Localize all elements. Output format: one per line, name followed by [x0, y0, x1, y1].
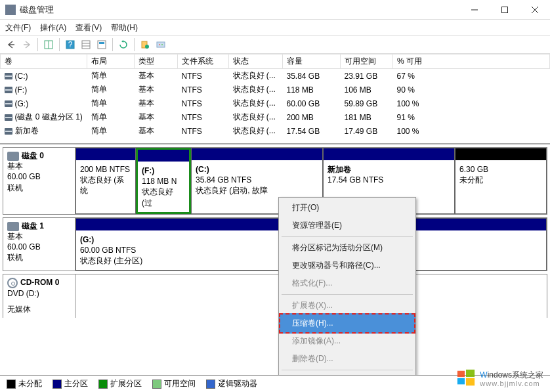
table-row[interactable]: (磁盘 0 磁盘分区 1)简单基本NTFS状态良好 (...200 MB181 … — [1, 110, 550, 124]
partition-f[interactable]: (F:)118 MB N状态良好 (过 — [136, 148, 191, 214]
svg-rect-11 — [98, 41, 106, 49]
col-type[interactable]: 类型 — [135, 54, 178, 69]
cdrom-header[interactable]: CD-ROM 0 DVD (D:) 无媒体 — [3, 274, 75, 317]
disk-graph-area: 磁盘 0 基本 60.00 GB 联机 200 MB NTFS状态良好 (系统 … — [0, 143, 550, 318]
view-graph-icon[interactable] — [95, 37, 109, 52]
partition-unallocated[interactable]: 6.30 GB未分配 — [455, 148, 547, 214]
menu-open[interactable]: 打开(O) — [280, 199, 414, 217]
cdrom-row: CD-ROM 0 DVD (D:) 无媒体 — [3, 274, 547, 317]
svg-rect-8 — [82, 41, 90, 49]
menu-format: 格式化(F)... — [280, 274, 414, 292]
col-fs[interactable]: 文件系统 — [178, 54, 229, 69]
cdrom-icon — [7, 278, 18, 288]
partition[interactable]: 200 MB NTFS状态良好 (系统 — [75, 148, 136, 214]
svg-text:?: ? — [68, 40, 73, 49]
menu-shrink[interactable]: 压缩卷(H)... — [279, 313, 415, 334]
menu-explorer[interactable]: 资源管理器(E) — [280, 217, 414, 234]
watermark: Windows系统之家 www.bjjmlv.com — [456, 368, 543, 388]
window-title: 磁盘管理 — [20, 4, 459, 16]
col-layout[interactable]: 布局 — [87, 54, 135, 69]
svg-rect-15 — [157, 42, 165, 47]
volume-icon — [5, 114, 12, 121]
context-menu: 打开(O) 资源管理器(E) 将分区标记为活动分区(M) 更改驱动器号和路径(C… — [278, 197, 416, 392]
svg-rect-19 — [466, 370, 475, 377]
col-free[interactable]: 可用空间 — [341, 54, 393, 69]
col-volume[interactable]: 卷 — [1, 54, 87, 69]
menu-file[interactable]: 文件(F) — [5, 22, 31, 33]
refresh-icon[interactable] — [116, 37, 131, 52]
volume-icon — [5, 100, 12, 107]
svg-rect-1 — [502, 7, 508, 12]
svg-point-17 — [161, 44, 163, 45]
table-header-row: 卷 布局 类型 文件系统 状态 容量 可用空间 % 可用 — [1, 54, 550, 69]
menubar: 文件(F) 操作(A) 查看(V) 帮助(H) — [0, 20, 550, 35]
legend-free: 可用空间 — [164, 378, 196, 389]
col-pct[interactable]: % 可用 — [393, 54, 550, 69]
disk-icon — [7, 222, 19, 231]
minimize-button[interactable] — [459, 0, 490, 20]
help-icon[interactable]: ? — [63, 37, 77, 52]
table-row[interactable]: (C:)简单基本NTFS状态良好 (...35.84 GB23.91 GB67 … — [1, 69, 550, 83]
col-capacity[interactable]: 容量 — [283, 54, 341, 69]
menu-action[interactable]: 操作(A) — [40, 22, 66, 33]
menu-change-letter[interactable]: 更改驱动器号和路径(C)... — [280, 257, 414, 274]
windows-logo-icon — [456, 368, 476, 388]
svg-point-14 — [145, 45, 149, 49]
forward-button[interactable] — [20, 37, 34, 52]
menu-add-mirror: 添加镜像(A)... — [280, 332, 414, 350]
table-row[interactable]: 新加卷简单基本NTFS状态良好 (...17.54 GB17.49 GB100 … — [1, 124, 550, 138]
disk-1-row: 磁盘 1 基本 60.00 GB 联机 (G:)60.00 GB NTFS状态良… — [3, 217, 547, 272]
legend-primary: 主分区 — [64, 378, 88, 389]
legend-unallocated: 未分配 — [18, 378, 42, 389]
svg-rect-20 — [457, 378, 465, 384]
menu-delete: 删除卷(D)... — [280, 350, 414, 368]
close-button[interactable] — [520, 0, 550, 20]
action-icon[interactable] — [138, 37, 152, 52]
menu-help[interactable]: 帮助(H) — [111, 22, 138, 33]
svg-rect-18 — [457, 371, 465, 377]
toolbar: ? — [0, 35, 550, 54]
view-list-icon[interactable] — [79, 37, 93, 52]
settings-icon[interactable] — [154, 37, 168, 52]
disk-icon — [7, 152, 19, 161]
table-row[interactable]: (F:)简单基本NTFS状态良好 (...118 MB106 MB90 % — [1, 83, 550, 97]
disk-1-header[interactable]: 磁盘 1 基本 60.00 GB 联机 — [3, 218, 75, 271]
legend-extended: 扩展分区 — [110, 378, 142, 389]
maximize-button[interactable] — [490, 0, 520, 20]
volume-icon — [5, 73, 12, 79]
menu-view[interactable]: 查看(V) — [75, 22, 102, 33]
table-row[interactable]: (G:)简单基本NTFS状态良好 (...60.00 GB59.89 GB100… — [1, 97, 550, 110]
svg-rect-21 — [466, 378, 475, 385]
disk-0-row: 磁盘 0 基本 60.00 GB 联机 200 MB NTFS状态良好 (系统 … — [3, 147, 547, 215]
titlebar: 磁盘管理 — [0, 0, 550, 20]
menu-extend: 扩展卷(X)... — [280, 297, 414, 315]
back-button[interactable] — [4, 37, 18, 52]
volume-icon — [5, 87, 12, 93]
svg-point-16 — [159, 44, 160, 45]
volume-table: 卷 布局 类型 文件系统 状态 容量 可用空间 % 可用 (C:)简单基本NTF… — [0, 54, 550, 138]
volume-icon — [5, 128, 12, 135]
menu-mark-active[interactable]: 将分区标记为活动分区(M) — [280, 239, 414, 257]
col-status[interactable]: 状态 — [229, 54, 283, 69]
legend-logical: 逻辑驱动器 — [218, 378, 257, 389]
view-split-icon[interactable] — [41, 37, 56, 52]
svg-rect-12 — [99, 42, 104, 44]
app-icon — [5, 5, 16, 15]
disk-0-header[interactable]: 磁盘 0 基本 60.00 GB 联机 — [3, 148, 75, 214]
